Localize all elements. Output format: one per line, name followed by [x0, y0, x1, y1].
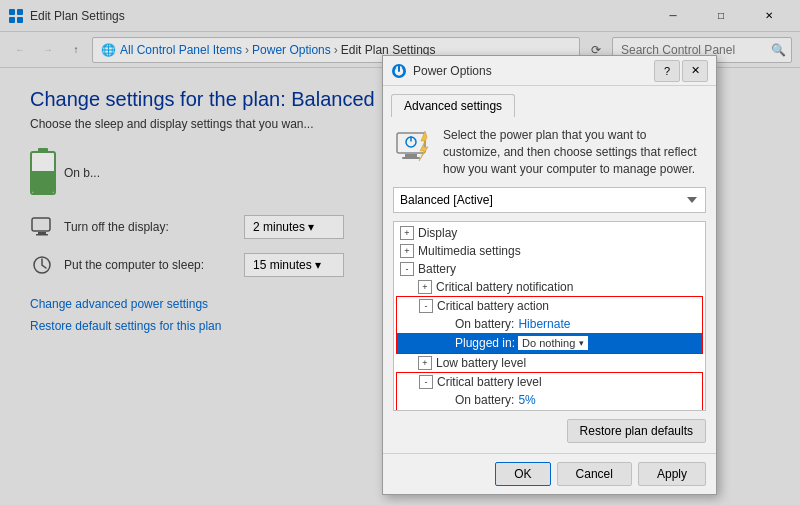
restore-plan-defaults-button[interactable]: Restore plan defaults [567, 419, 706, 443]
tree-item-critical-action[interactable]: - Critical battery action [397, 297, 702, 315]
tree-item-critical-level[interactable]: - Critical battery level [397, 373, 702, 391]
expand-battery[interactable]: - [400, 262, 414, 276]
tree-item-critical-notif[interactable]: + Critical battery notification [396, 278, 703, 296]
plugged-in-dropdown[interactable]: Do nothing ▾ [517, 335, 589, 351]
dialog-tabs: Advanced settings [383, 86, 716, 117]
power-options-icon [391, 63, 407, 79]
dialog-footer: OK Cancel Apply [383, 453, 716, 494]
dialog-body: Select the power plan that you want to c… [383, 117, 716, 453]
dialog-titlebar: Power Options ? ✕ [383, 56, 716, 86]
tree-item-plugged-in[interactable]: Plugged in: Do nothing ▾ [397, 333, 702, 353]
tree-item-multimedia[interactable]: + Multimedia settings [396, 242, 703, 260]
critical-action-section: - Critical battery action On battery: Hi… [396, 296, 703, 354]
settings-tree[interactable]: + Display + Multimedia settings - Batter… [393, 221, 706, 411]
dropdown-arrow-icon: ▾ [579, 338, 584, 348]
tree-item-battery[interactable]: - Battery [396, 260, 703, 278]
expand-multimedia[interactable]: + [400, 244, 414, 258]
expand-critical-action[interactable]: - [419, 299, 433, 313]
tree-item-critical-battery[interactable]: On battery: 5% [397, 391, 702, 409]
dialog-info: Select the power plan that you want to c… [393, 127, 706, 177]
power-options-dialog: Power Options ? ✕ Advanced settings [382, 55, 717, 495]
restore-btn-row: Restore plan defaults [393, 419, 706, 443]
apply-button[interactable]: Apply [638, 462, 706, 486]
cancel-button[interactable]: Cancel [557, 462, 632, 486]
expand-critical-notif[interactable]: + [418, 280, 432, 294]
dialog-controls: ? ✕ [654, 60, 708, 82]
dialog-title: Power Options [413, 64, 654, 78]
tree-item-critical-plugged[interactable]: Plugged in: 5% [397, 409, 702, 411]
expand-critical-level[interactable]: - [419, 375, 433, 389]
critical-level-section: - Critical battery level On battery: 5% … [396, 372, 703, 411]
expand-low-level[interactable]: + [418, 356, 432, 370]
dialog-close-button[interactable]: ✕ [682, 60, 708, 82]
svg-rect-10 [405, 154, 417, 157]
tab-advanced-settings[interactable]: Advanced settings [391, 94, 515, 117]
svg-rect-11 [402, 157, 420, 159]
tree-item-low-level[interactable]: + Low battery level [396, 354, 703, 372]
power-icon [393, 127, 433, 167]
dialog-description: Select the power plan that you want to c… [443, 127, 706, 177]
plan-select[interactable]: Balanced [Active] [393, 187, 706, 213]
tree-item-display[interactable]: + Display [396, 224, 703, 242]
tree-item-on-battery[interactable]: On battery: Hibernate [397, 315, 702, 333]
expand-display[interactable]: + [400, 226, 414, 240]
ok-button[interactable]: OK [495, 462, 550, 486]
help-button[interactable]: ? [654, 60, 680, 82]
